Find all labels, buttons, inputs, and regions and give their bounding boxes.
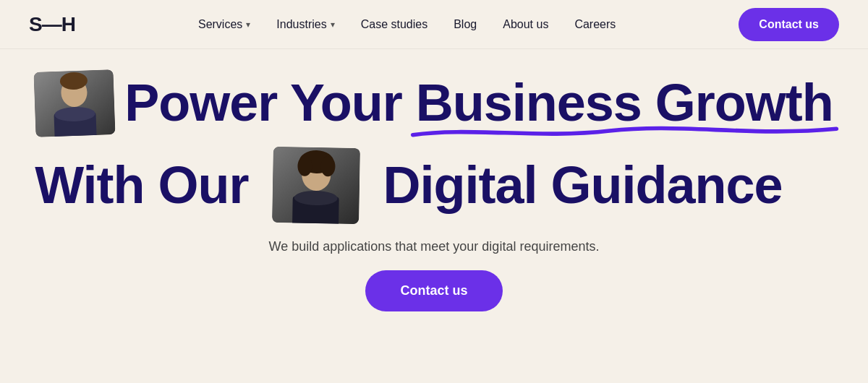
nav-item-about-us[interactable]: About us: [503, 18, 548, 31]
nav-item-industries[interactable]: Industries ▾: [276, 18, 334, 31]
chevron-down-icon: ▾: [331, 20, 335, 30]
chevron-down-icon: ▾: [246, 20, 250, 30]
nav-item-careers[interactable]: Careers: [574, 18, 616, 31]
underline-svg: [409, 123, 841, 141]
hero-section: Power Your Business Growth With Our: [0, 49, 868, 311]
person-photo-1: [34, 69, 116, 137]
hero-line1-text: Power Your Business Growth: [124, 74, 833, 132]
hero-line2: With Our: [35, 147, 833, 223]
hero-line1: Power Your Business Growth: [35, 71, 833, 136]
hero-title: Power Your Business Growth With Our: [35, 71, 833, 223]
person-photo-2: [272, 147, 360, 224]
nav-label-blog: Blog: [454, 18, 477, 31]
nav-label-services: Services: [198, 18, 242, 31]
logo[interactable]: S—H: [29, 13, 75, 36]
nav-item-services[interactable]: Services ▾: [198, 18, 250, 31]
hero-line2-pre: With Our: [35, 157, 262, 214]
nav-links: Services ▾ Industries ▾ Case studies Blo…: [198, 18, 616, 31]
nav-label-industries: Industries: [276, 18, 326, 31]
contact-button-nav[interactable]: Contact us: [739, 8, 839, 41]
nav-label-case-studies: Case studies: [361, 18, 428, 31]
contact-button-hero[interactable]: Contact us: [365, 270, 502, 311]
nav-label-careers: Careers: [574, 18, 616, 31]
nav-label-about-us: About us: [503, 18, 548, 31]
hero-line2-post: Digital Guidance: [370, 157, 783, 214]
nav-item-blog[interactable]: Blog: [454, 18, 477, 31]
hero-subtitle: We build applications that meet your dig…: [269, 239, 600, 254]
hero-highlight: Business Growth: [416, 74, 833, 132]
navbar: S—H Services ▾ Industries ▾ Case studies…: [0, 0, 868, 49]
nav-item-case-studies[interactable]: Case studies: [361, 18, 428, 31]
